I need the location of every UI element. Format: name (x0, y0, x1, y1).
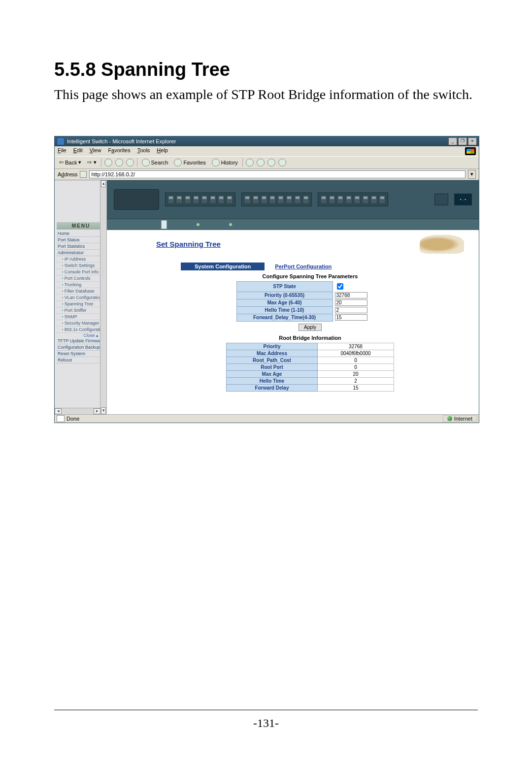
security-zone: Internet (443, 415, 477, 422)
gauge-icon (161, 220, 167, 229)
scroll-down-icon[interactable]: ▾ (101, 407, 106, 414)
menu-tools[interactable]: Tools (137, 147, 150, 155)
sidebar-hscroll[interactable]: ◂ ▸ (55, 408, 100, 414)
address-dropdown[interactable]: ▾ (468, 170, 476, 179)
fwd-label: Forward_Delay_Time(4-30) (236, 314, 332, 321)
sidebar-sub-security[interactable]: Security Manager (57, 320, 105, 327)
ms-flag-icon (465, 147, 476, 155)
toolbar: ⇦ Back ▾ ⇨ ▾ Search Favorites History (55, 156, 479, 169)
params-table: STP State Priority (0-65535) Max Age (6-… (236, 281, 384, 322)
info-key: Forward Delay (227, 384, 318, 391)
sidebar-close[interactable]: Close ▴ (57, 333, 105, 338)
device-banner: • . • (107, 180, 479, 219)
port-group-3 (318, 193, 388, 206)
stp-state-checkbox[interactable] (337, 283, 343, 290)
menu-file[interactable]: File (58, 147, 66, 155)
menu-view[interactable]: View (90, 147, 101, 155)
sidebar-item-reset[interactable]: Reset System (57, 351, 105, 357)
info-key: Max Age (227, 370, 318, 377)
menu-edit[interactable]: Edit (73, 147, 83, 155)
info-header: Root Bridge Information (156, 335, 464, 341)
sidebar-item-reboot[interactable]: Reboot (57, 357, 105, 363)
discuss-icon[interactable] (278, 159, 286, 166)
status-text: Done (66, 416, 79, 422)
info-key: Hello Time (227, 377, 318, 384)
sidebar-sub-portctrl[interactable]: Port Controls (57, 275, 105, 282)
info-key: Root Port (227, 363, 318, 370)
sidebar-sub-filter[interactable]: Filter Database (57, 288, 105, 295)
close-button[interactable]: × (468, 137, 477, 145)
device-label (114, 189, 159, 210)
scroll-up-icon[interactable]: ▴ (101, 180, 106, 187)
home-icon[interactable] (126, 159, 134, 166)
sidebar-item-port-statistics[interactable]: Port Statistics (57, 243, 105, 250)
scroll-left-icon[interactable]: ◂ (55, 408, 62, 414)
max-age-label: Max Age (6-40) (236, 299, 332, 306)
sidebar-vscroll[interactable]: ▴ ▾ (100, 180, 106, 414)
sidebar-sub-switch[interactable]: Switch Settings (57, 263, 105, 269)
menu-favorites[interactable]: Favorites (108, 147, 130, 155)
sidebar-sub-8021x[interactable]: 802.1x Configuration (57, 327, 105, 333)
ie-page-icon (57, 415, 65, 422)
sidebar-sub-vlan[interactable]: VLan Configuration (57, 295, 105, 301)
info-table: Priority32768 Mac Address0040f6fb0000 Ro… (226, 343, 394, 392)
sidebar-sub-stp[interactable]: Spanning Tree (57, 301, 105, 307)
refresh-icon[interactable] (115, 159, 123, 166)
ie-page-icon (80, 171, 87, 178)
priority-input[interactable] (335, 292, 367, 298)
info-val: 20 (318, 370, 394, 377)
favorites-button[interactable]: Favorites (172, 158, 207, 167)
info-val: 0 (318, 363, 394, 370)
module-slot-1 (434, 194, 448, 205)
sidebar-sub-console[interactable]: Console Port Info (57, 269, 105, 275)
ie-icon (57, 137, 65, 145)
port-group-2 (241, 193, 312, 206)
sidebar: MENU Home Port Status Port Statistics Ad… (55, 180, 107, 414)
fwd-input[interactable] (335, 314, 367, 321)
info-val: 15 (318, 384, 394, 391)
module-slot-2: • . • (454, 194, 472, 205)
address-input[interactable] (89, 170, 466, 178)
zone-label: Internet (454, 416, 472, 422)
apply-button[interactable]: Apply (299, 324, 322, 331)
address-label: Address (58, 171, 77, 177)
page-number: -131- (0, 717, 532, 730)
content-pane: • . • Set Spanning Tree System Configura… (107, 180, 479, 414)
sidebar-item-port-status[interactable]: Port Status (57, 237, 105, 243)
print-icon[interactable] (257, 159, 265, 166)
hello-input[interactable] (335, 307, 367, 313)
titlebar: Intelligent Switch - Microsoft Internet … (55, 136, 479, 146)
mail-icon[interactable] (246, 159, 254, 166)
edit-icon[interactable] (267, 159, 275, 166)
history-button[interactable]: History (210, 158, 239, 167)
sidebar-item-tftp[interactable]: TFTP Update Firmwa (57, 338, 105, 344)
sidebar-sub-trunking[interactable]: Trunking (57, 282, 105, 288)
sidebar-sub-snmp[interactable]: SNMP (57, 314, 105, 320)
device-substrip (107, 219, 479, 230)
scroll-right-icon[interactable]: ▸ (94, 408, 100, 414)
sidebar-item-administrator[interactable]: Administrator (57, 250, 105, 256)
tab-perport-config[interactable]: PerPort Configuration (266, 263, 340, 270)
port-group-1 (165, 193, 235, 206)
sidebar-sub-ip[interactable]: IP Address (57, 256, 105, 263)
minimize-button[interactable]: _ (448, 137, 457, 145)
search-button[interactable]: Search (140, 158, 170, 167)
sidebar-sub-sniffer[interactable]: Port Sniffer (57, 307, 105, 314)
tab-system-config[interactable]: System Configuration (181, 263, 265, 270)
sidebar-header: MENU (57, 222, 105, 230)
stop-icon[interactable] (104, 159, 112, 166)
address-bar: Address ▾ (55, 169, 479, 180)
sidebar-item-home[interactable]: Home (57, 230, 105, 237)
menu-help[interactable]: Help (157, 147, 168, 155)
led-icon (229, 223, 232, 226)
footer-rule (54, 710, 478, 710)
max-age-input[interactable] (335, 299, 367, 306)
hello-label: Hello Time (1-10) (236, 306, 332, 314)
sidebar-item-cfgbackup[interactable]: Configuration Backup (57, 344, 105, 351)
back-button[interactable]: ⇦ Back ▾ (58, 159, 83, 166)
window-title: Intelligent Switch - Microsoft Internet … (67, 138, 176, 144)
priority-label: Priority (0-65535) (236, 292, 332, 299)
page-title: Set Spanning Tree (156, 240, 221, 248)
forward-button[interactable]: ⇨ ▾ (86, 159, 98, 166)
restore-button[interactable]: ❐ (458, 137, 467, 145)
